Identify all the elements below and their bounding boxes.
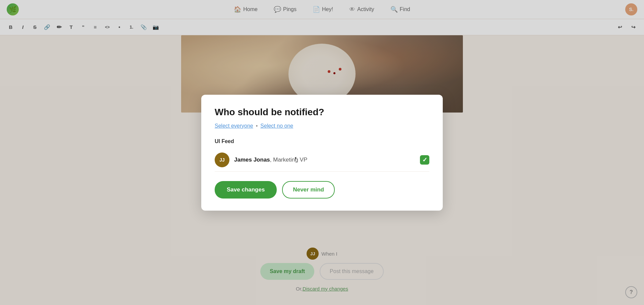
checkmark-icon: ✓	[422, 156, 427, 164]
modal-links-row: Select everyone • Select no one	[215, 123, 429, 129]
select-no-one-link[interactable]: Select no one	[260, 123, 293, 129]
modal-buttons-row: Save changes Never mind	[215, 181, 429, 199]
notification-modal: Who should be notified? Select everyone …	[201, 95, 443, 211]
never-mind-button[interactable]: Never mind	[282, 181, 335, 199]
modal-user-row: JJ James Jonas, Marketing VP ✓	[215, 148, 429, 172]
modal-title: Who should be notified?	[215, 107, 429, 118]
modal-user-role: , Marketing VP	[270, 157, 308, 163]
modal-user-name: James Jonas	[234, 157, 270, 163]
save-changes-button[interactable]: Save changes	[215, 181, 277, 199]
modal-separator: •	[256, 123, 258, 129]
modal-section-title: UI Feed	[215, 138, 429, 144]
modal-user-checkbox[interactable]: ✓	[420, 155, 429, 165]
modal-user-info: James Jonas, Marketing VP	[234, 157, 307, 163]
modal-overlay: Who should be notified? Select everyone …	[0, 0, 644, 305]
modal-user-avatar: JJ	[215, 152, 229, 167]
select-everyone-link[interactable]: Select everyone	[215, 123, 253, 129]
